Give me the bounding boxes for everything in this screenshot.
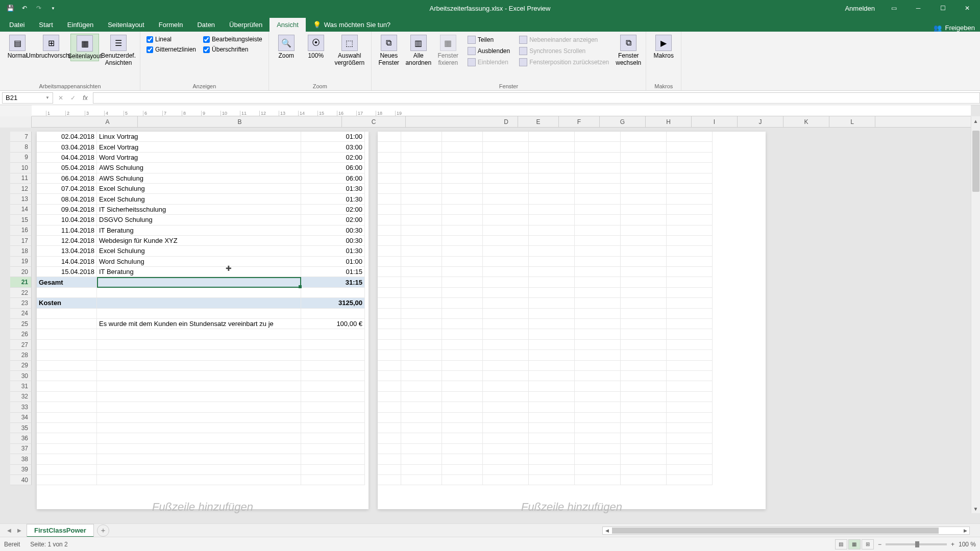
cell-p2-r19c5[interactable] bbox=[575, 257, 621, 267]
col-header-B[interactable]: B bbox=[138, 116, 342, 127]
row-header-39[interactable]: 39 bbox=[10, 465, 32, 475]
vertical-scrollbar[interactable]: ▲ ▼ bbox=[971, 116, 980, 513]
cell-p2-r40c5[interactable] bbox=[575, 475, 621, 485]
undo-icon[interactable]: ↶ bbox=[18, 2, 31, 14]
cell-p2-r34c7[interactable] bbox=[667, 413, 713, 423]
cell-p2-r20c1[interactable] bbox=[401, 267, 442, 277]
cell-p2-r40c1[interactable] bbox=[401, 475, 442, 485]
cell-p2-r21c4[interactable] bbox=[529, 277, 575, 287]
cell-p2-r14c3[interactable] bbox=[483, 205, 529, 215]
cell[interactable] bbox=[301, 381, 365, 391]
cell-total-label[interactable]: Gesamt bbox=[37, 277, 97, 287]
cell-p2-r24c1[interactable] bbox=[401, 309, 442, 319]
cell-p2-r25c7[interactable] bbox=[667, 319, 713, 329]
cell[interactable] bbox=[301, 371, 365, 381]
cell-p2-r20c6[interactable] bbox=[621, 267, 667, 277]
cell-desc-11[interactable]: Excel Schulung bbox=[97, 246, 301, 256]
row-header-17[interactable]: 17 bbox=[10, 236, 32, 246]
cell-p2-r9c1[interactable] bbox=[401, 153, 442, 163]
scroll-up-icon[interactable]: ▲ bbox=[971, 116, 980, 126]
row-header-36[interactable]: 36 bbox=[10, 433, 32, 443]
sheet-nav-next-icon[interactable]: ▶ bbox=[14, 525, 24, 536]
cell-time-5[interactable]: 01:30 bbox=[301, 184, 365, 194]
hscroll-thumb[interactable] bbox=[612, 528, 939, 534]
cell-p2-r22c0[interactable] bbox=[378, 288, 401, 298]
cell-p2-r24c3[interactable] bbox=[483, 309, 529, 319]
cell-p2-r27c7[interactable] bbox=[667, 340, 713, 350]
cell-p2-r19c1[interactable] bbox=[401, 257, 442, 267]
fx-icon[interactable]: fx bbox=[80, 92, 91, 104]
cell-p2-r25c4[interactable] bbox=[529, 319, 575, 329]
cell-p2-r29c0[interactable] bbox=[378, 361, 401, 371]
cell-p2-r28c6[interactable] bbox=[621, 350, 667, 360]
cell-rate-note[interactable]: Es wurde mit dem Kunden ein Stundensatz … bbox=[97, 319, 301, 329]
cell-p2-r24c4[interactable] bbox=[529, 309, 575, 319]
row-header-33[interactable]: 33 bbox=[10, 402, 32, 412]
cell-p2-r16c7[interactable] bbox=[667, 226, 713, 236]
cell-p2-r32c7[interactable] bbox=[667, 392, 713, 402]
cell[interactable] bbox=[37, 329, 97, 339]
row-header-23[interactable]: 23 bbox=[10, 298, 32, 308]
zoom-100-button[interactable]: ⦿100% bbox=[302, 34, 330, 60]
row-header-13[interactable]: 13 bbox=[10, 194, 32, 204]
cell-date-8[interactable]: 10.04.2018 bbox=[37, 215, 97, 225]
cell-p2-r16c4[interactable] bbox=[529, 226, 575, 236]
cell-p2-r35c2[interactable] bbox=[442, 423, 483, 433]
cell-p2-r24c2[interactable] bbox=[442, 309, 483, 319]
cell-p2-r22c1[interactable] bbox=[401, 288, 442, 298]
tab-datei[interactable]: Datei bbox=[2, 18, 32, 32]
cell-p2-r33c1[interactable] bbox=[401, 402, 442, 412]
chk-gitternetz[interactable]: Gitternetzlinien bbox=[146, 46, 196, 53]
cell-p2-r34c4[interactable] bbox=[529, 413, 575, 423]
cell-p2-r22c2[interactable] bbox=[442, 288, 483, 298]
cell-p2-r34c1[interactable] bbox=[401, 413, 442, 423]
cell-p2-r12c0[interactable] bbox=[378, 184, 401, 194]
row-header-24[interactable]: 24 bbox=[10, 309, 32, 319]
row-header-34[interactable]: 34 bbox=[10, 413, 32, 423]
cell-p2-r36c3[interactable] bbox=[483, 433, 529, 443]
row-header-12[interactable]: 12 bbox=[10, 184, 32, 194]
cell-p2-r38c2[interactable] bbox=[442, 454, 483, 464]
row-header-30[interactable]: 30 bbox=[10, 371, 32, 381]
tab-formeln[interactable]: Formeln bbox=[152, 18, 190, 32]
cell-p2-r11c0[interactable] bbox=[378, 173, 401, 184]
cell-p2-r30c2[interactable] bbox=[442, 371, 483, 381]
cell-cost-label[interactable]: Kosten bbox=[37, 298, 97, 308]
cell[interactable] bbox=[301, 423, 365, 433]
cell-p2-r24c6[interactable] bbox=[621, 309, 667, 319]
cell-p2-r37c2[interactable] bbox=[442, 444, 483, 454]
cell-p2-r8c0[interactable] bbox=[378, 142, 401, 152]
select-all-corner[interactable] bbox=[0, 116, 32, 128]
cell-p2-r27c2[interactable] bbox=[442, 340, 483, 350]
cell-p2-r10c0[interactable] bbox=[378, 163, 401, 173]
cell-date-0[interactable]: 02.04.2018 bbox=[37, 132, 97, 142]
cell-p2-r28c3[interactable] bbox=[483, 350, 529, 360]
cell[interactable] bbox=[97, 381, 301, 391]
add-sheet-button[interactable]: ＋ bbox=[97, 524, 109, 537]
cell-time-1[interactable]: 03:00 bbox=[301, 142, 365, 152]
cell-p2-r16c5[interactable] bbox=[575, 226, 621, 236]
cell-b23[interactable] bbox=[97, 298, 301, 308]
cell-p2-r31c6[interactable] bbox=[621, 381, 667, 391]
cell-p2-r33c3[interactable] bbox=[483, 402, 529, 412]
cell[interactable] bbox=[37, 413, 97, 423]
cell-p2-r28c0[interactable] bbox=[378, 350, 401, 360]
cell-p2-r20c7[interactable] bbox=[667, 267, 713, 277]
cell-p2-r28c7[interactable] bbox=[667, 350, 713, 360]
cell-p2-r14c4[interactable] bbox=[529, 205, 575, 215]
cell-p2-r21c7[interactable] bbox=[667, 277, 713, 287]
view-custom-button[interactable]: ☰Benutzerdef. Ansichten bbox=[100, 34, 137, 67]
cell-p2-r9c3[interactable] bbox=[483, 153, 529, 163]
cell-time-12[interactable]: 01:00 bbox=[301, 257, 365, 267]
cell[interactable] bbox=[301, 444, 365, 454]
hide-button[interactable]: Ausblenden bbox=[465, 46, 512, 56]
row-header-25[interactable]: 25 bbox=[10, 319, 32, 329]
col-header-G[interactable]: G bbox=[600, 116, 646, 127]
cell-p2-r29c7[interactable] bbox=[667, 361, 713, 371]
cell-p2-r20c3[interactable] bbox=[483, 267, 529, 277]
cell-p2-r39c2[interactable] bbox=[442, 465, 483, 475]
cell-p2-r18c5[interactable] bbox=[575, 246, 621, 256]
cell-p2-r33c6[interactable] bbox=[621, 402, 667, 412]
cell-p2-r21c0[interactable] bbox=[378, 277, 401, 287]
cell-p2-r17c6[interactable] bbox=[621, 236, 667, 246]
